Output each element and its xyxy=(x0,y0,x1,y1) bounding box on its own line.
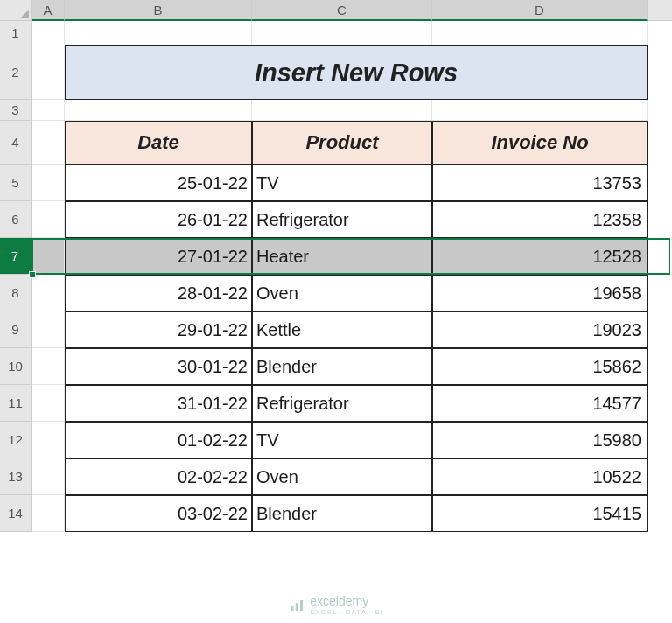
cell-invoice[interactable]: 15980 xyxy=(432,422,648,458)
table-row: 8 28-01-22 Oven 19658 xyxy=(0,275,672,312)
cell-a3[interactable] xyxy=(32,100,65,121)
row-header-8[interactable]: 8 xyxy=(0,275,32,312)
cell-product[interactable]: Oven xyxy=(252,458,432,495)
row-header-13[interactable]: 13 xyxy=(0,458,32,495)
table-row: 5 25-01-22 TV 13753 xyxy=(0,164,672,201)
cell-product[interactable]: TV xyxy=(252,422,432,458)
cell-invoice[interactable]: 10522 xyxy=(432,458,648,495)
row-header-4[interactable]: 4 xyxy=(0,121,32,164)
cell-a7[interactable] xyxy=(32,238,65,275)
watermark: exceldemy EXCEL · DATA · BI xyxy=(289,594,383,616)
cell-product[interactable]: Blender xyxy=(252,348,432,385)
row-header-5[interactable]: 5 xyxy=(0,164,32,201)
row-header-3[interactable]: 3 xyxy=(0,100,32,121)
cell-date[interactable]: 02-02-22 xyxy=(65,458,252,495)
row-header-12[interactable]: 12 xyxy=(0,422,32,458)
cell-invoice[interactable]: 19658 xyxy=(432,275,648,312)
cell-date[interactable]: 29-01-22 xyxy=(65,312,252,348)
cell-a14[interactable] xyxy=(32,495,65,532)
title-cell[interactable]: Insert New Rows xyxy=(65,46,648,100)
row-header-14[interactable]: 14 xyxy=(0,495,32,532)
cell-product[interactable]: Oven xyxy=(252,275,432,312)
cell-a6[interactable] xyxy=(32,201,65,238)
row-2: 2 Insert New Rows xyxy=(0,46,672,100)
cell-invoice[interactable]: 13753 xyxy=(432,164,648,201)
spreadsheet: A B C D 1 2 Insert New Rows 3 xyxy=(0,0,672,623)
cell-c3[interactable] xyxy=(252,100,432,121)
cell-date[interactable]: 26-01-22 xyxy=(65,201,252,238)
header-product[interactable]: Product xyxy=(252,121,432,164)
cell-invoice[interactable]: 14577 xyxy=(432,385,648,422)
col-header-d[interactable]: D xyxy=(432,0,648,21)
row-header-1[interactable]: 1 xyxy=(0,21,32,46)
table-row: 13 02-02-22 Oven 10522 xyxy=(0,458,672,495)
cell-product[interactable]: Refrigerator xyxy=(252,385,432,422)
watermark-text: exceldemy EXCEL · DATA · BI xyxy=(310,594,383,616)
cell-date[interactable]: 03-02-22 xyxy=(65,495,252,532)
watermark-tag: EXCEL · DATA · BI xyxy=(310,608,383,616)
cell-product[interactable]: Refrigerator xyxy=(252,201,432,238)
watermark-brand: exceldemy xyxy=(310,594,368,608)
col-header-b[interactable]: B xyxy=(65,0,252,21)
cell-invoice[interactable]: 12358 xyxy=(432,201,648,238)
svg-rect-2 xyxy=(300,600,303,611)
cell-a10[interactable] xyxy=(32,348,65,385)
col-header-a[interactable]: A xyxy=(32,0,65,21)
col-header-c[interactable]: C xyxy=(252,0,432,21)
svg-rect-0 xyxy=(290,606,293,611)
cell-a4[interactable] xyxy=(32,121,65,164)
cell-date[interactable]: 30-01-22 xyxy=(65,348,252,385)
table-row: 12 01-02-22 TV 15980 xyxy=(0,422,672,458)
cell-invoice[interactable]: 19023 xyxy=(432,312,648,348)
cell-a12[interactable] xyxy=(32,422,65,458)
cell-product[interactable]: Blender xyxy=(252,495,432,532)
table-row: 14 03-02-22 Blender 15415 xyxy=(0,495,672,532)
cell-product[interactable]: Kettle xyxy=(252,312,432,348)
cell-invoice[interactable]: 12528 xyxy=(432,238,648,275)
table-row: 9 29-01-22 Kettle 19023 xyxy=(0,312,672,348)
cell-invoice[interactable]: 15415 xyxy=(432,495,648,532)
table-row: 6 26-01-22 Refrigerator 12358 xyxy=(0,201,672,238)
cell-date[interactable]: 01-02-22 xyxy=(65,422,252,458)
cell-a9[interactable] xyxy=(32,312,65,348)
row-header-2[interactable]: 2 xyxy=(0,46,32,100)
chart-icon xyxy=(289,598,304,613)
cell-c1[interactable] xyxy=(252,21,432,46)
row-3: 3 xyxy=(0,100,672,121)
cell-product[interactable]: Heater xyxy=(252,238,432,275)
table-row: 11 31-01-22 Refrigerator 14577 xyxy=(0,385,672,422)
cell-d3[interactable] xyxy=(432,100,648,121)
cell-b1[interactable] xyxy=(65,21,252,46)
cell-b3[interactable] xyxy=(65,100,252,121)
row-header-6[interactable]: 6 xyxy=(0,201,32,238)
header-invoice[interactable]: Invoice No xyxy=(432,121,648,164)
cell-product[interactable]: TV xyxy=(252,164,432,201)
cell-date[interactable]: 25-01-22 xyxy=(65,164,252,201)
select-all-corner[interactable] xyxy=(0,0,32,21)
svg-rect-1 xyxy=(296,603,298,611)
row-header-10[interactable]: 10 xyxy=(0,348,32,385)
table-row-selected: 7 27-01-22 Heater 12528 xyxy=(0,238,672,275)
cell-a2[interactable] xyxy=(32,46,65,100)
cell-a13[interactable] xyxy=(32,458,65,495)
row-header-7[interactable]: 7 xyxy=(0,238,32,275)
cell-invoice[interactable]: 15862 xyxy=(432,348,648,385)
table-row: 10 30-01-22 Blender 15862 xyxy=(0,348,672,385)
row-header-9[interactable]: 9 xyxy=(0,312,32,348)
header-date[interactable]: Date xyxy=(65,121,252,164)
grid-body: 1 2 Insert New Rows 3 4 Date Product Inv xyxy=(0,21,672,532)
cell-a5[interactable] xyxy=(32,164,65,201)
column-header-bar: A B C D xyxy=(0,0,672,21)
cell-a1[interactable] xyxy=(32,21,65,46)
row-1: 1 xyxy=(0,21,672,46)
row-header-11[interactable]: 11 xyxy=(0,385,32,422)
cell-date[interactable]: 28-01-22 xyxy=(65,275,252,312)
cell-a8[interactable] xyxy=(32,275,65,312)
cell-a11[interactable] xyxy=(32,385,65,422)
cell-date[interactable]: 31-01-22 xyxy=(65,385,252,422)
cell-date[interactable]: 27-01-22 xyxy=(65,238,252,275)
row-4: 4 Date Product Invoice No xyxy=(0,121,672,164)
cell-d1[interactable] xyxy=(432,21,648,46)
